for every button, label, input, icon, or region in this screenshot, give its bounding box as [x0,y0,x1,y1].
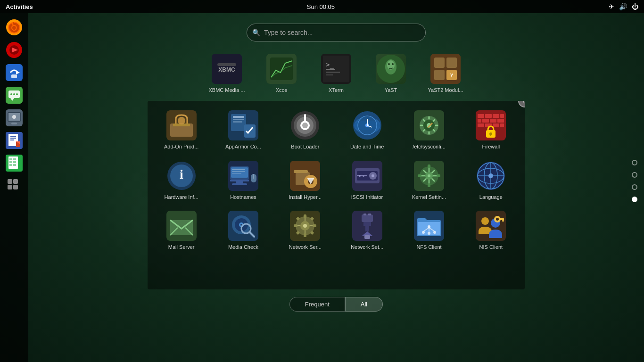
app-item-iscsi[interactable]: iSCSI Initiator [337,156,397,204]
app-label-addon: Add-On Prod... [164,143,198,150]
svg-point-12 [13,93,15,95]
workspace-dot-3[interactable] [632,184,637,190]
app-label-installhyper: Install Hyper... [289,194,322,200]
svg-rect-115 [232,173,241,174]
app-icon-language [476,161,506,191]
app-label-kernel: Kernel Settin... [412,194,446,200]
svg-rect-95 [490,119,496,123]
workspace-dot-1[interactable] [632,160,637,165]
svg-text:Y: Y [450,73,454,78]
activities-button[interactable]: Activities [6,3,33,10]
app-item-nfsclient[interactable]: NFS Client [399,206,459,254]
dock-item-calc[interactable] [4,153,25,173]
airplane-icon[interactable]: ✈ [609,3,614,10]
app-item-xbmc[interactable]: XBMC XBMC Media ... [201,49,253,97]
app-item-kernel[interactable]: Kernel Settin... [399,156,459,204]
app-item-bootloader[interactable]: Boot Loader [275,106,335,154]
volume-icon[interactable]: 🔊 [619,3,627,10]
app-item-yast2[interactable]: Y YaST2 Modul... [420,49,471,97]
svg-rect-120 [294,170,308,173]
app-icon-hostnames [228,161,258,191]
app-item-xterm[interactable]: >_ XTerm [310,49,362,97]
svg-point-182 [422,231,425,234]
app-item-hostnames[interactable]: Hostnames [213,156,273,204]
app-icon-yast [376,54,406,84]
dock-item-rhythmbox[interactable] [4,40,25,60]
app-item-etcsysconfig[interactable]: /etc/sysconfi... [399,106,459,154]
app-item-mediacheck[interactable]: Media Check [213,206,273,254]
dock-item-backup[interactable] [4,62,25,83]
app-item-mailserver[interactable]: Mail Server [151,206,211,254]
svg-rect-31 [13,161,16,163]
svg-rect-46 [326,69,335,70]
app-label-mailserver: Mail Server [168,244,195,250]
svg-point-13 [16,93,18,95]
app-panel: ✕ Add-On Prod... [148,101,525,289]
app-item-datetime[interactable]: Date and Time [337,106,397,154]
app-item-yast[interactable]: YaST [365,49,417,97]
bottom-tabs: Frequent All [289,297,383,312]
workspace-switcher [632,160,637,202]
svg-rect-191 [502,220,504,222]
dock-item-screenshot[interactable] [4,107,25,128]
svg-rect-75 [304,114,306,122]
app-label-iscsi: iSCSI Initiator [351,194,383,200]
svg-rect-30 [9,161,12,163]
app-item-language[interactable]: Language [461,156,521,204]
dock-item-empathy[interactable] [4,85,25,106]
app-label-etcsysconfig: /etc/sysconfi... [413,143,446,150]
app-icon-apparmor [228,110,258,140]
workspace-dot-2[interactable] [632,172,637,178]
app-item-firewall[interactable]: Firewall [461,106,521,154]
app-label-xcos: Xcos [276,87,287,93]
tab-frequent[interactable]: Frequent [289,297,345,312]
dock-item-firefox[interactable] [4,17,25,38]
app-item-xcos[interactable]: Xcos [256,49,307,97]
svg-rect-100 [500,123,504,127]
app-item-installhyper[interactable]: Install Hyper... [275,156,335,204]
svg-rect-23 [10,140,14,140]
app-item-nisclient[interactable]: NIS Client [461,206,521,254]
svg-text:>_: >_ [326,61,334,69]
svg-point-181 [428,225,430,228]
svg-rect-91 [493,114,499,118]
svg-point-184 [433,231,436,234]
panel-scroll[interactable]: Add-On Prod... [148,101,525,289]
svg-point-52 [388,63,390,65]
svg-rect-22 [10,138,16,139]
app-icon-hwinfo: i [166,161,197,191]
svg-rect-171 [362,214,373,222]
svg-rect-172 [363,214,366,215]
tab-all[interactable]: All [345,297,383,312]
svg-rect-137 [428,183,430,187]
svg-rect-35 [13,179,18,184]
app-item-networkser[interactable]: Network Ser... [275,206,335,254]
svg-rect-92 [500,114,504,118]
app-item-apparmor[interactable]: AppArmor Co... [213,106,273,154]
app-item-networkset[interactable]: Network Set... [337,206,397,254]
app-icon-xcos [266,54,297,84]
search-container: 🔍 [247,24,426,41]
svg-point-63 [178,117,185,124]
dock [0,13,28,362]
svg-point-186 [481,217,489,225]
svg-rect-68 [233,121,242,123]
svg-rect-174 [363,222,371,226]
app-label-networkser: Network Ser... [289,244,322,250]
dock-item-apps[interactable] [4,175,25,196]
app-item-hwinfo[interactable]: i Hardware Inf... [151,156,211,204]
workspace-dot-4[interactable] [632,197,637,202]
svg-rect-56 [446,58,457,68]
svg-rect-32 [9,164,12,166]
dock-item-writer[interactable] [4,130,25,151]
search-input[interactable] [247,24,426,41]
svg-rect-103 [490,134,491,136]
svg-rect-175 [365,226,369,231]
svg-rect-165 [313,224,316,227]
svg-rect-67 [233,119,244,120]
svg-rect-33 [13,164,16,166]
app-icon-iscsi [352,161,382,191]
power-icon[interactable]: ⏻ [632,3,638,10]
svg-point-131 [363,175,364,177]
app-item-addon[interactable]: Add-On Prod... [151,106,211,154]
